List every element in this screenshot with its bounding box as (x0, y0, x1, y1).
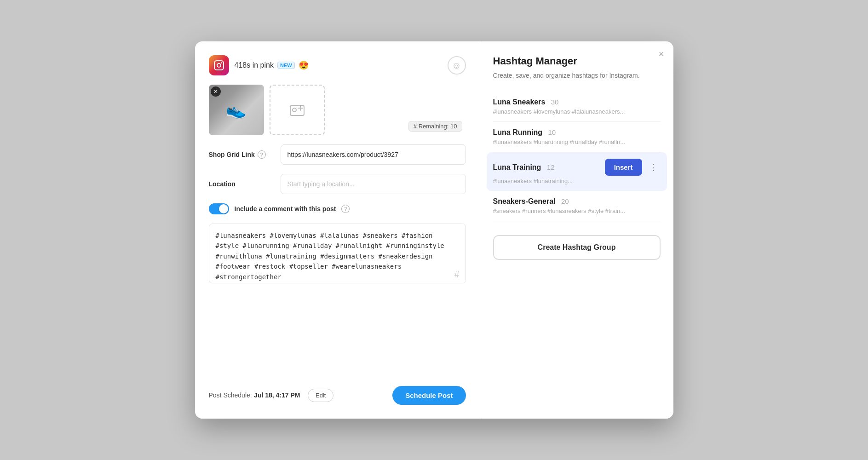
svg-rect-0 (214, 61, 224, 70)
toggle-row: Include a comment with this post ? (209, 203, 466, 214)
comment-help-icon[interactable]: ? (341, 205, 350, 213)
add-media-button[interactable] (270, 85, 325, 135)
schedule-date: Jul 18, 4:17 PM (254, 391, 300, 399)
schedule-info: Post Schedule: Jul 18, 4:17 PM Edit (209, 389, 334, 402)
insert-button[interactable]: Insert (605, 159, 642, 176)
location-label: Location (209, 180, 273, 188)
post-footer: Post Schedule: Jul 18, 4:17 PM Edit Sche… (209, 386, 466, 405)
group-preview-luna-sneakers: #lunasneakers #lovemylunas #lalalunasnea… (493, 108, 661, 115)
remaining-badge: # Remaining: 10 (408, 121, 462, 132)
group-preview-luna-running: #lunasneakers #lunarunning #runallday #r… (493, 138, 661, 145)
post-title-area: 418s in pink NEW 😍 (235, 60, 442, 70)
hashtag-group-luna-training[interactable]: Luna Training 12 Insert ⋮ #lunasneakers … (487, 152, 667, 191)
group-name-luna-running: Luna Running (493, 128, 543, 136)
modal-container: 418s in pink NEW 😍 ☺ 👟 ✕ (195, 41, 673, 419)
schedule-label: Post Schedule: (209, 391, 252, 399)
shop-grid-help-icon[interactable]: ? (258, 150, 266, 159)
emoji-button[interactable]: ☺ (448, 56, 466, 75)
group-header-luna-running: Luna Running 10 (493, 128, 661, 137)
group-count-luna-training: 12 (547, 163, 555, 171)
edit-button[interactable]: Edit (308, 389, 333, 402)
group-header-luna-training: Luna Training 12 Insert ⋮ (493, 159, 661, 176)
right-panel: × Hashtag Manager Create, save, and orga… (480, 41, 673, 419)
group-name-luna-training: Luna Training (493, 163, 541, 171)
hashtag-corner-icon: # (454, 269, 459, 280)
group-count-luna-running: 10 (548, 128, 556, 136)
hashtag-textarea[interactable]: #lunasneakers #lovemylunas #lalalunas #s… (209, 224, 466, 283)
shop-grid-link-input[interactable] (281, 144, 466, 165)
hashtag-group-sneakers-general[interactable]: Sneakers-General 20 #sneakers #runners #… (493, 191, 661, 221)
location-input[interactable] (281, 174, 466, 194)
smiley-icon: ☺ (452, 60, 461, 71)
hashtag-manager-title: Hashtag Manager (493, 55, 661, 67)
hashtag-manager-desc: Create, save, and organize hashtags for … (493, 71, 661, 80)
close-button[interactable]: × (659, 49, 664, 59)
hashtag-group-luna-sneakers[interactable]: Luna Sneakers 30 #lunasneakers #lovemylu… (493, 92, 661, 122)
location-row: Location (209, 174, 466, 194)
emoji-badge: 😍 (299, 60, 309, 70)
shop-grid-link-label: Shop Grid Link ? (209, 150, 273, 159)
remove-media-button[interactable]: ✕ (211, 86, 221, 97)
instagram-icon (209, 55, 229, 75)
group-preview-sneakers-general: #sneakers #runners #lunasneakers #style … (493, 207, 661, 214)
hashtag-textarea-container: #lunasneakers #lovemylunas #lalalunas #s… (209, 224, 466, 285)
toggle-label: Include a comment with this post (235, 205, 336, 213)
svg-point-4 (293, 108, 296, 112)
more-options-button[interactable]: ⋮ (646, 160, 661, 175)
group-preview-luna-training: #lunasneakers #lunatraining... (493, 178, 661, 184)
media-area: 👟 ✕ # Remaining: 10 (209, 85, 466, 135)
schedule-post-button[interactable]: Schedule Post (392, 386, 466, 405)
shop-grid-link-row: Shop Grid Link ? (209, 144, 466, 165)
svg-point-2 (221, 62, 222, 63)
hashtag-group-luna-running[interactable]: Luna Running 10 #lunasneakers #lunarunni… (493, 122, 661, 152)
new-badge: NEW (277, 62, 295, 69)
group-actions-luna-training: Insert ⋮ (605, 159, 661, 176)
media-thumbnail: 👟 ✕ (209, 85, 264, 135)
svg-point-1 (217, 63, 221, 67)
group-count-luna-sneakers: 30 (551, 98, 559, 106)
group-name-sneakers-general: Sneakers-General (493, 197, 556, 205)
group-header-sneakers-general: Sneakers-General 20 (493, 197, 661, 206)
left-panel: 418s in pink NEW 😍 ☺ 👟 ✕ (195, 41, 480, 419)
group-name-luna-sneakers: Luna Sneakers (493, 98, 546, 106)
comment-toggle[interactable] (209, 203, 229, 214)
post-title: 418s in pink (235, 61, 274, 69)
group-count-sneakers-general: 20 (561, 197, 569, 205)
group-header-luna-sneakers: Luna Sneakers 30 (493, 98, 661, 106)
add-media-icon (290, 104, 305, 116)
post-header: 418s in pink NEW 😍 ☺ (209, 55, 466, 75)
create-hashtag-group-button[interactable]: Create Hashtag Group (493, 235, 661, 260)
